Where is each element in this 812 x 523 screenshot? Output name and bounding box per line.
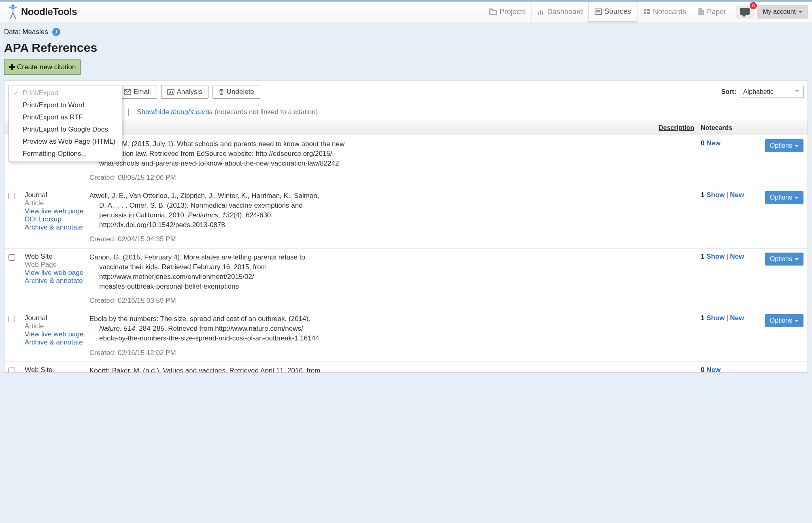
created-timestamp: Created: 02/04/15 04:35 PM	[89, 234, 633, 244]
show-notecards-link[interactable]: Show	[706, 191, 725, 199]
doi-lookup-link[interactable]: DOI Lookup	[25, 215, 89, 223]
notifications-button[interactable]: 0	[736, 5, 754, 19]
sort-label: Sort:	[721, 88, 736, 96]
nav-sources[interactable]: Sources	[589, 2, 637, 22]
notification-badge: 0	[750, 2, 757, 9]
source-type: Journal	[25, 191, 89, 199]
source-subtype: Web Page	[25, 261, 89, 269]
new-notecard-link[interactable]: New	[730, 314, 744, 322]
notecard-count: 0	[701, 139, 704, 147]
logo-icon	[7, 3, 19, 21]
dropdown-item-word[interactable]: Print/Export to Word	[9, 99, 122, 111]
dropdown-item-html[interactable]: Preview as Web Page (HTML)	[9, 136, 122, 148]
dropdown-item-print-export[interactable]: Print/Export	[9, 87, 122, 99]
chat-icon	[740, 8, 750, 15]
dropdown-item-rtf[interactable]: Print/Export as RTF	[9, 111, 122, 123]
source-type: Journal	[25, 314, 89, 322]
show-notecards-link[interactable]: Show	[706, 314, 725, 322]
dropdown-item-gdocs[interactable]: Print/Export to Google Docs	[9, 123, 122, 136]
new-notecard-link[interactable]: New	[730, 253, 744, 260]
new-notecard-link[interactable]: New	[706, 366, 721, 372]
row-checkbox[interactable]	[9, 193, 15, 199]
citation-row: Web PageView live web pageArchive & anno…	[4, 135, 808, 187]
toggle-thought-cards[interactable]: Show/hide thought cards (notecards not l…	[137, 108, 318, 116]
account-menu[interactable]: My account	[757, 5, 808, 19]
created-timestamp: Created: 02/16/15 12:02 PM	[89, 348, 633, 358]
view-live-link[interactable]: View live web page	[25, 207, 89, 215]
divider-icon: |	[128, 107, 130, 117]
create-citation-button[interactable]: ✚ Create new citation	[4, 60, 81, 75]
notecard-count: 1	[701, 253, 704, 260]
nav-projects[interactable]: Projects	[483, 2, 531, 22]
svg-rect-11	[647, 12, 650, 14]
row-checkbox[interactable]	[9, 368, 15, 372]
show-notecards-link[interactable]: Show	[706, 253, 725, 260]
top-nav: NoodleTools Projects Dashboard Sources N…	[0, 0, 812, 22]
caret-down-icon	[795, 197, 799, 201]
dropdown-item-formatting[interactable]: Formatting Options...	[9, 148, 122, 160]
archive-annotate-link[interactable]: Archive & annotate	[25, 338, 89, 347]
trash-icon	[219, 89, 224, 95]
logo[interactable]: NoodleTools	[0, 3, 84, 21]
pills-row: | Show/hide thought cards (notecards not…	[4, 103, 808, 121]
new-notecard-link[interactable]: New	[706, 139, 721, 147]
sort-select[interactable]: Alphabetic	[739, 86, 803, 98]
svg-rect-9	[647, 9, 650, 11]
project-breadcrumb: Data: Measles i	[0, 22, 812, 38]
svg-rect-1	[538, 12, 539, 15]
row-checkbox[interactable]	[9, 316, 15, 322]
nav-paper[interactable]: Paper	[692, 2, 732, 22]
citation-text: Atwell, J. E., Van Otterloo, J., Zippric…	[89, 191, 349, 230]
info-icon[interactable]: i	[52, 28, 60, 36]
logo-text: NoodleTools	[21, 6, 77, 17]
options-button[interactable]: Options	[765, 253, 803, 266]
print-export-dropdown: Print/Export Print/Export to Word Print/…	[9, 85, 122, 162]
email-button[interactable]: Email	[118, 85, 157, 99]
citation-text: Koerth-Baker, M. (n.d.). Values and vacc…	[89, 366, 349, 372]
document-icon	[698, 8, 704, 15]
svg-rect-8	[644, 9, 646, 11]
citation-row: JournalArticleView live web pageDOI Look…	[4, 187, 808, 249]
sources-panel: Print/Export Print/Export to Word Print/…	[4, 81, 808, 373]
svg-rect-14	[169, 92, 170, 94]
caret-down-icon	[795, 258, 799, 262]
nav-notecards[interactable]: Notecards	[637, 2, 692, 22]
source-type: Web Site	[25, 366, 89, 372]
chart-icon	[167, 89, 174, 95]
grid-icon	[643, 9, 650, 15]
analysis-button[interactable]: Analysis	[161, 85, 208, 99]
undelete-button[interactable]: Undelete	[213, 85, 260, 99]
citation-row: Web SiteView live web pageArchive & anno…	[4, 362, 808, 372]
plus-icon: ✚	[9, 62, 15, 72]
notecard-count: 1	[701, 314, 704, 322]
envelope-icon	[124, 89, 131, 95]
row-checkbox[interactable]	[9, 254, 15, 261]
citation-text: Canon, G. (2015, February 4). More state…	[89, 253, 349, 291]
svg-rect-10	[644, 12, 646, 14]
page-title: APA References	[0, 38, 812, 58]
archive-annotate-link[interactable]: Archive & annotate	[25, 223, 89, 232]
caret-down-icon	[795, 145, 799, 149]
options-button[interactable]: Options	[765, 139, 803, 152]
citation-text: Adams, J. M. (2015, July 1). What school…	[89, 139, 349, 168]
svg-rect-2	[540, 10, 541, 15]
toolbar: Print/Export Print/Export to Word Print/…	[4, 81, 808, 103]
citation-text: Ebola by the numbers: The size, spread a…	[89, 314, 349, 343]
col-description[interactable]: Description	[633, 124, 694, 132]
caret-down-icon	[798, 11, 802, 15]
nav-dashboard[interactable]: Dashboard	[531, 2, 589, 22]
created-timestamp: Created: 08/05/15 12:06 PM	[89, 173, 633, 183]
source-type: Web Site	[25, 253, 89, 261]
options-button[interactable]: Options	[765, 191, 803, 204]
options-button[interactable]: Options	[765, 314, 803, 327]
new-notecard-link[interactable]: New	[730, 191, 744, 199]
source-subtype: Article	[25, 322, 89, 330]
view-live-link[interactable]: View live web page	[25, 330, 89, 338]
citation-row: Web SiteWeb PageView live web pageArchiv…	[4, 249, 808, 310]
archive-annotate-link[interactable]: Archive & annotate	[25, 277, 89, 285]
project-name: Measles	[22, 28, 48, 36]
citation-list: Web PageView live web pageArchive & anno…	[4, 135, 808, 372]
citation-row: JournalArticleView live web pageArchive …	[4, 310, 808, 362]
view-live-link[interactable]: View live web page	[25, 269, 89, 277]
col-notecards: Notecards	[694, 124, 759, 132]
